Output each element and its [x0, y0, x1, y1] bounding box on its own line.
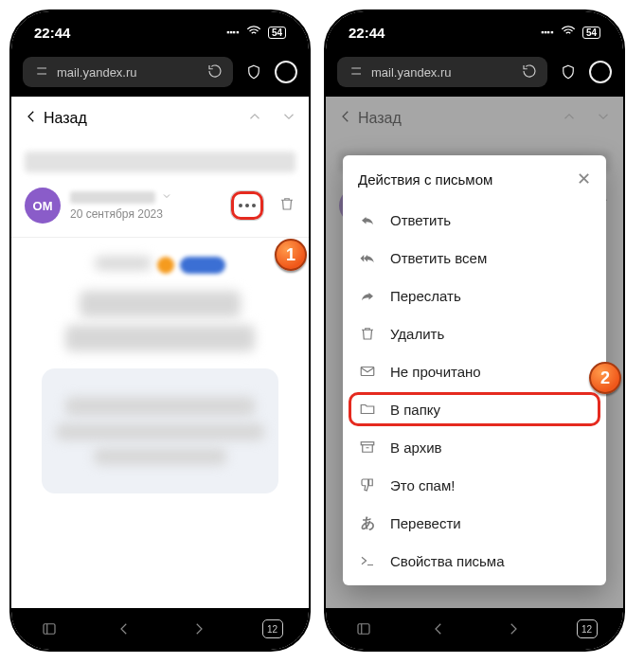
battery-icon: 54 [268, 27, 286, 39]
thumbs-down-icon [358, 475, 377, 494]
terminal-icon [358, 551, 377, 570]
menu-label: В архив [390, 439, 442, 456]
browser-bottom-bar: 12 [11, 608, 309, 650]
address-bar[interactable]: mail.yandex.ru [23, 57, 233, 87]
menu-label: Перевести [390, 515, 461, 531]
reload-icon[interactable] [521, 63, 538, 82]
nav-forward-icon[interactable] [188, 618, 210, 640]
menu-item-unread[interactable]: Не прочитано [343, 352, 606, 390]
status-bar: 22:44 ᠁ 54 [11, 11, 309, 53]
svg-rect-2 [361, 442, 374, 445]
phone-right: 22:44 ᠁ 54 mail.yandex.ru [324, 9, 625, 652]
divider [11, 237, 309, 238]
shield-icon[interactable] [557, 61, 580, 83]
nav-back-icon[interactable] [113, 618, 135, 640]
menu-label: Свойства письма [390, 553, 505, 569]
close-icon[interactable]: ✕ [577, 169, 591, 189]
cell-signal-icon: ᠁ [541, 26, 554, 40]
menu-item-delete[interactable]: Удалить [343, 314, 606, 352]
back-label[interactable]: Назад [44, 110, 87, 127]
browser-bottom-bar: 12 [326, 608, 623, 650]
callout-badge-1: 1 [275, 239, 307, 271]
message-header: ОМ 20 сентября 2023 [11, 182, 309, 233]
wifi-icon [245, 23, 262, 43]
clock: 22:44 [349, 25, 385, 41]
actions-menu: Действия с письмом ✕ Ответить Ответить в… [343, 155, 606, 585]
menu-item-translate[interactable]: あ Перевести [343, 504, 606, 542]
url-text: mail.yandex.ru [57, 65, 137, 80]
vivaldi-menu-icon[interactable]: V [589, 61, 612, 83]
folder-icon [358, 400, 377, 419]
vivaldi-menu-icon[interactable]: V [275, 61, 297, 83]
battery-icon: 54 [582, 27, 600, 39]
translate-icon: あ [358, 513, 377, 532]
prev-message-icon[interactable] [246, 108, 263, 130]
nav-back-icon[interactable] [427, 618, 450, 640]
menu-label: В папку [390, 402, 440, 418]
reload-icon[interactable] [206, 63, 224, 82]
nav-forward-icon[interactable] [502, 618, 525, 640]
menu-item-spam[interactable]: Это спам! [343, 466, 606, 504]
mail-icon [358, 362, 377, 381]
menu-label: Ответить всем [390, 250, 487, 266]
avatar[interactable]: ОМ [25, 188, 61, 224]
message-body-blurred [11, 242, 309, 505]
message-date: 20 сентября 2023 [70, 207, 222, 221]
reply-all-icon [358, 248, 377, 267]
clock: 22:44 [34, 25, 70, 41]
url-text: mail.yandex.ru [371, 65, 452, 80]
browser-toolbar: mail.yandex.ru V [326, 53, 623, 97]
tabs-button[interactable]: 12 [262, 619, 283, 638]
forward-icon [358, 286, 377, 305]
callout-badge-2: 2 [589, 362, 621, 394]
menu-item-properties[interactable]: Свойства письма [343, 542, 606, 580]
phone-left: 22:44 ᠁ 54 mail.yandex.ru [9, 9, 311, 652]
menu-label: Удалить [390, 326, 444, 342]
menu-label: Это спам! [390, 477, 455, 493]
svg-rect-0 [44, 624, 55, 635]
mail-content: Назад ОМ 20 сентября 2023 [326, 97, 623, 608]
subject-blurred [25, 152, 295, 172]
site-settings-icon[interactable] [347, 63, 364, 82]
panels-icon[interactable] [38, 618, 61, 640]
shield-icon[interactable] [242, 61, 265, 83]
more-actions-button[interactable] [231, 191, 263, 220]
sender-name-blurred [70, 191, 155, 204]
menu-item-reply[interactable]: Ответить [343, 201, 606, 239]
status-bar: 22:44 ᠁ 54 [326, 11, 623, 53]
site-settings-icon[interactable] [32, 63, 49, 82]
next-message-icon[interactable] [280, 108, 297, 130]
archive-icon [358, 438, 377, 457]
tabs-button[interactable]: 12 [577, 619, 598, 638]
back-chevron-icon[interactable] [23, 106, 40, 131]
more-icon [239, 204, 256, 207]
menu-item-to-folder[interactable]: В папку [343, 390, 606, 428]
svg-rect-3 [358, 624, 369, 635]
menu-item-reply-all[interactable]: Ответить всем [343, 239, 606, 277]
panels-icon[interactable] [352, 618, 375, 640]
highlight-outline [349, 392, 600, 426]
menu-label: Переслать [390, 288, 461, 304]
menu-title: Действия с письмом [358, 171, 492, 188]
cell-signal-icon: ᠁ [226, 26, 240, 40]
delete-icon[interactable] [278, 195, 295, 216]
menu-label: Не прочитано [390, 364, 481, 380]
trash-icon [358, 324, 377, 343]
browser-toolbar: mail.yandex.ru V [11, 53, 309, 97]
wifi-icon [560, 23, 577, 43]
menu-item-forward[interactable]: Переслать [343, 277, 606, 314]
address-bar[interactable]: mail.yandex.ru [337, 57, 547, 87]
reply-icon [358, 210, 377, 229]
expand-sender-icon[interactable] [161, 190, 172, 205]
menu-label: Ответить [390, 212, 451, 228]
menu-item-archive[interactable]: В архив [343, 428, 606, 466]
mail-content: Назад ОМ [11, 97, 309, 608]
svg-rect-1 [361, 367, 374, 376]
